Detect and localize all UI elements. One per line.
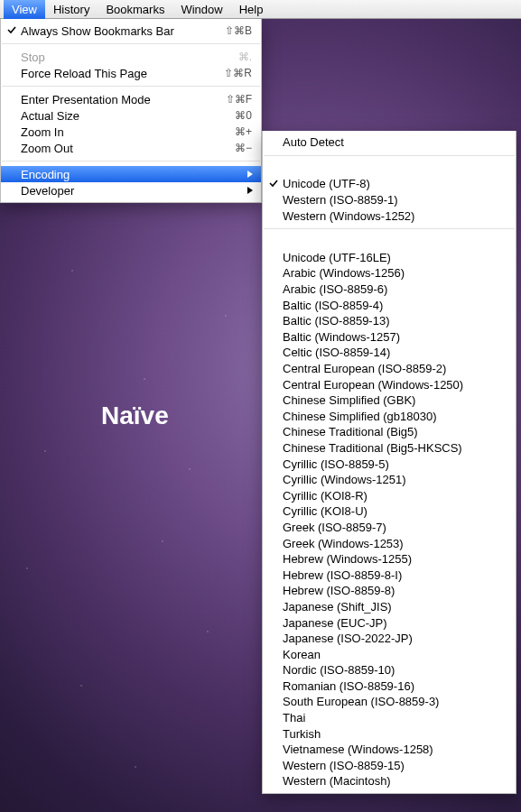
encoding-label: Japanese (Shift_JIS) [283, 600, 507, 614]
encoding-item[interactable]: Greek (Windows-1253) [263, 535, 516, 551]
encoding-item[interactable]: Turkish [263, 725, 516, 742]
encoding-label: Chinese Simplified (GBK) [283, 393, 507, 407]
encoding-item[interactable]: Chinese Simplified (GBK) [263, 392, 516, 409]
menu-item-label: Enter Presentation Mode [21, 93, 217, 106]
encoding-item[interactable]: Cyrillic (KOI8-R) [263, 487, 516, 503]
encoding-label: Western (ISO-8859-1) [283, 193, 507, 207]
menubar-item-history[interactable]: History [45, 0, 98, 19]
encoding-item[interactable]: Hebrew (Windows-1255) [263, 551, 516, 567]
encoding-item[interactable]: Cyrillic (Windows-1251) [263, 472, 516, 488]
menu-item-label: Zoom In [21, 125, 226, 139]
encoding-label: Cyrillic (KOI8-U) [283, 504, 507, 518]
encoding-item[interactable]: Japanese (EUC-JP) [263, 614, 516, 631]
menu-shortcut: ⇧⌘R [224, 67, 252, 79]
encoding-label: Unicode (UTF-16LE) [283, 251, 507, 264]
encoding-label: Greek (ISO-8859-7) [283, 521, 507, 534]
encoding-item[interactable]: Thai [263, 710, 516, 726]
encoding-label: Chinese Traditional (Big5-HKSCS) [283, 441, 507, 455]
submenu-arrow-icon [247, 186, 254, 195]
menubar-item-help[interactable]: Help [231, 0, 272, 19]
encoding-label: Western (ISO-8859-15) [283, 759, 507, 772]
menu-separator [2, 43, 260, 44]
menu-shortcut: ⇧⌘B [225, 24, 252, 37]
encoding-item[interactable]: South European (ISO-8859-3) [263, 694, 516, 710]
encoding-item[interactable]: Baltic (Windows-1257) [263, 329, 516, 346]
menu-shortcut: ⌘. [238, 51, 252, 63]
encoding-label: Korean [283, 648, 507, 661]
menu-item-label: Zoom Out [21, 142, 226, 155]
menu-item-enter-presentation-mode[interactable]: Enter Presentation Mode⇧⌘F [1, 91, 261, 107]
encoding-item[interactable]: Nordic (ISO-8859-10) [263, 662, 516, 678]
menubar-item-bookmarks[interactable]: Bookmarks [98, 0, 172, 19]
menu-shortcut: ⌘+ [235, 125, 252, 138]
encoding-item[interactable]: Auto Detect [263, 134, 516, 151]
encoding-item[interactable]: Romanian (ISO-8859-16) [263, 678, 516, 695]
encoding-item[interactable]: Hebrew (ISO-8859-8) [263, 583, 516, 599]
encoding-item[interactable]: Baltic (ISO-8859-4) [263, 297, 516, 313]
encoding-item[interactable]: Unicode (UTF-16LE) [263, 250, 516, 266]
encoding-label: Baltic (ISO-8859-13) [283, 314, 507, 328]
encoding-item[interactable]: Western (ISO-8859-1) [263, 192, 516, 208]
menubar-item-view[interactable]: View [4, 0, 45, 19]
encoding-item[interactable]: Western (Windows-1252) [263, 208, 516, 224]
menu-item-zoom-in[interactable]: Zoom In⌘+ [1, 124, 261, 140]
encoding-label: Chinese Simplified (gb18030) [283, 410, 507, 423]
menubar-item-window[interactable]: Window [172, 0, 230, 19]
encoding-item[interactable]: Greek (ISO-8859-7) [263, 520, 516, 536]
encoding-label: Central European (ISO-8859-2) [283, 362, 507, 375]
encoding-item[interactable]: Vietnamese (Windows-1258) [263, 742, 516, 758]
encoding-item[interactable]: Japanese (ISO-2022-JP) [263, 631, 516, 647]
encoding-label: Japanese (EUC-JP) [283, 616, 507, 630]
encoding-label: Baltic (Windows-1257) [283, 330, 507, 344]
encoding-label: Arabic (ISO-8859-6) [283, 282, 507, 296]
menu-item-stop: Stop⌘. [1, 49, 261, 65]
encoding-label: Greek (Windows-1253) [283, 537, 507, 550]
encoding-item[interactable]: Hebrew (ISO-8859-8-I) [263, 567, 516, 583]
menu-separator [2, 161, 260, 161]
encoding-label: Cyrillic (KOI8-R) [283, 489, 507, 503]
encoding-item[interactable]: Cyrillic (ISO-8859-5) [263, 456, 516, 472]
encoding-label: Arabic (Windows-1256) [283, 266, 507, 280]
encoding-item[interactable]: Western (ISO-8859-15) [263, 758, 516, 774]
encoding-label: Central European (Windows-1250) [283, 378, 507, 392]
encoding-label: South European (ISO-8859-3) [283, 695, 507, 708]
menu-item-zoom-out[interactable]: Zoom Out⌘− [1, 140, 261, 156]
encoding-submenu: Auto DetectUnicode (UTF-8)Western (ISO-8… [262, 131, 516, 794]
menu-item-actual-size[interactable]: Actual Size⌘0 [1, 107, 261, 124]
encoding-label: Cyrillic (Windows-1251) [283, 473, 507, 486]
encoding-item[interactable]: Chinese Traditional (Big5-HKSCS) [263, 440, 516, 457]
menu-separator [264, 155, 515, 172]
menu-item-label: Developer [21, 184, 252, 198]
encoding-item[interactable]: Arabic (Windows-1256) [263, 265, 516, 281]
menu-item-label: Force Reload This Page [21, 67, 215, 80]
menu-bar: ViewHistoryBookmarksWindowHelp [0, 0, 521, 19]
encoding-item[interactable]: Arabic (ISO-8859-6) [263, 281, 516, 298]
encoding-label: Thai [283, 711, 507, 724]
encoding-label: Nordic (ISO-8859-10) [283, 663, 507, 677]
encoding-item[interactable]: Celtic (ISO-8859-14) [263, 345, 516, 361]
encoding-label: Hebrew (Windows-1255) [283, 552, 507, 566]
submenu-arrow-icon [247, 170, 254, 179]
encoding-item[interactable]: Central European (ISO-8859-2) [263, 361, 516, 377]
menu-item-label: Encoding [21, 168, 252, 181]
menu-shortcut: ⇧⌘F [226, 93, 252, 106]
menu-item-developer[interactable]: Developer [1, 182, 261, 198]
encoding-item[interactable]: Unicode (UTF-8) [263, 176, 516, 192]
menu-item-force-reload-this-page[interactable]: Force Reload This Page⇧⌘R [1, 65, 261, 81]
encoding-item[interactable]: Chinese Traditional (Big5) [263, 424, 516, 440]
encoding-item[interactable]: Western (Macintosh) [263, 773, 516, 789]
encoding-item[interactable]: Cyrillic (KOI8-U) [263, 503, 516, 520]
menu-item-label: Actual Size [21, 109, 226, 123]
encoding-label: Turkish [283, 727, 507, 741]
encoding-label: Romanian (ISO-8859-16) [283, 679, 507, 693]
menu-item-always-show-bookmarks-bar[interactable]: Always Show Bookmarks Bar⇧⌘B [1, 23, 261, 39]
encoding-item[interactable]: Japanese (Shift_JIS) [263, 599, 516, 615]
encoding-item[interactable]: Korean [263, 646, 516, 662]
menu-item-label: Stop [21, 51, 229, 64]
encoding-item[interactable]: Central European (Windows-1250) [263, 376, 516, 392]
encoding-label: Western (Macintosh) [283, 774, 507, 788]
menu-shortcut: ⌘− [235, 142, 252, 154]
menu-item-encoding[interactable]: Encoding [1, 166, 261, 182]
encoding-item[interactable]: Chinese Simplified (gb18030) [263, 409, 516, 425]
encoding-item[interactable]: Baltic (ISO-8859-13) [263, 313, 516, 329]
